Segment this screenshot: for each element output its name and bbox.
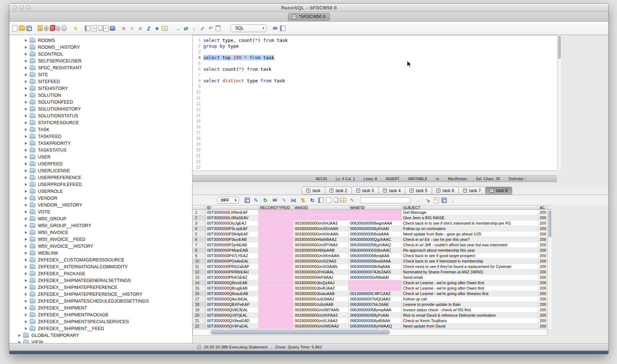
tree-item-zkfedex-shipment-feed[interactable]: ZKFEDEX__SHIPMENT__FEED <box>9 325 192 332</box>
expand-triangle-icon[interactable] <box>25 217 27 220</box>
tree-item-rooms-history[interactable]: ROOMS__HISTORY <box>9 44 192 51</box>
go-icon[interactable]: → <box>174 25 181 31</box>
tree-item-taskfeed[interactable]: TASKFEED <box>9 133 192 140</box>
copy-grid-icon[interactable] <box>334 197 338 202</box>
cell-id[interactable]: 00T3000000QV8CfEAL <box>206 307 259 313</box>
cell-subject[interactable]: Leanne to provide update to Bain <box>402 302 538 307</box>
cell-recordtypeid[interactable] <box>259 215 293 221</box>
expand-triangle-icon[interactable] <box>25 320 27 323</box>
cell-id[interactable]: 00T3000000QBXPeEAP <box>206 302 259 307</box>
cell-whatid[interactable]: 006300000058yKhAAI <box>349 226 402 231</box>
cell-ac[interactable]: 200 <box>538 210 547 215</box>
tree-item-userrole[interactable]: USERROLE <box>9 188 192 195</box>
sort-icon[interactable]: ⇅ <box>299 197 306 203</box>
edit-cell-icon[interactable]: ✎ <box>281 197 288 203</box>
tree-item-userpreference[interactable]: USERPREFERENCE <box>9 174 192 181</box>
tree-item-rooms[interactable]: ROOMS <box>9 37 192 44</box>
align-icon[interactable]: ≡ <box>137 25 144 31</box>
cell-whoid[interactable]: 0033000000H9aNBAAZ <box>293 237 349 242</box>
tree-item-sitefeed[interactable]: SITEFEED <box>9 78 192 85</box>
table-vertical-scrollbar[interactable] <box>547 210 552 329</box>
cell-whoid[interactable]: 0033000000GmXMDAA3 <box>293 324 349 329</box>
rollback-icon[interactable] <box>50 26 55 31</box>
cell-subject[interactable]: Send email <box>402 275 538 280</box>
cell-recordtypeid[interactable] <box>259 280 293 286</box>
result-tab-task-3[interactable]: task 3 <box>351 187 379 195</box>
cell-whatid[interactable] <box>349 286 402 291</box>
cell-ac[interactable]: 200 <box>538 269 547 275</box>
cell-recordtypeid[interactable] <box>259 242 293 248</box>
cell-subject[interactable]: Check w/ Leanne - we're going after Owen… <box>402 286 538 291</box>
cell-id[interactable]: 00T3000000L0RknEAF <box>206 210 259 215</box>
cell-whoid[interactable]: 0033000000GmXPYAA3 <box>293 242 349 248</box>
cell-recordtypeid[interactable] <box>259 210 293 215</box>
expand-triangle-icon[interactable] <box>25 245 27 248</box>
cell-recordtypeid[interactable] <box>259 296 293 302</box>
limit-select[interactable]: OFF <box>217 197 239 204</box>
expand-triangle-icon[interactable] <box>25 327 27 330</box>
cell-whatid[interactable]: 00630000005QgzhAAC <box>349 237 402 242</box>
cell-subject[interactable]: Get Massage <box>402 210 538 215</box>
expand-triangle-icon[interactable] <box>25 121 27 124</box>
cell-ac[interactable]: 200 <box>538 242 547 248</box>
cell-subject[interactable]: Check back to see if good target prospec… <box>402 253 538 259</box>
cell-recordtypeid[interactable] <box>259 324 293 329</box>
connect-icon[interactable]: → <box>38 25 43 31</box>
close-tab-icon[interactable] <box>490 188 494 192</box>
cell-whatid[interactable]: 0013000000C4fFCAAZ <box>349 291 402 296</box>
refresh-icon[interactable]: ↻ <box>262 197 269 203</box>
expand-triangle-icon[interactable] <box>25 156 27 159</box>
edit-table-icon[interactable] <box>85 26 90 31</box>
cell-ac[interactable]: 200 <box>538 215 547 221</box>
tree-item-staticresource[interactable]: STATICRESOURCE <box>9 119 192 126</box>
tree-item-view[interactable]: VIEW <box>9 339 192 343</box>
expand-triangle-icon[interactable] <box>25 39 27 42</box>
cell-subject[interactable]: Need update from David <box>402 324 538 329</box>
documentation-icon[interactable] <box>110 26 115 31</box>
editor-vertical-scrollbar[interactable] <box>557 35 561 170</box>
cell-whatid[interactable]: 006300000058yd5AAA <box>349 318 402 324</box>
cell-ac[interactable]: 200 <box>538 226 547 231</box>
tree-item-vote[interactable]: VOTE <box>9 208 192 215</box>
expand-triangle-icon[interactable] <box>25 204 27 207</box>
save-grid-icon[interactable] <box>441 198 447 203</box>
cell-recordtypeid[interactable] <box>259 307 293 313</box>
expand-triangle-icon[interactable] <box>25 80 27 83</box>
cell-whoid[interactable]: 0033000000Ju9zlAAB <box>293 302 349 307</box>
import-results-icon[interactable]: ↘ <box>424 197 431 203</box>
cell-id[interactable]: 00T3000000Q8sauEAB <box>206 291 259 296</box>
cell-id[interactable]: 00T3000000P3LopEAF <box>206 226 259 231</box>
cell-ac[interactable]: 200 <box>538 221 547 226</box>
save-results-icon[interactable] <box>245 198 250 203</box>
cell-id[interactable]: 00T3000000QV9FaEAL <box>206 324 259 329</box>
expand-triangle-icon[interactable] <box>25 293 27 296</box>
expand-triangle-icon[interactable] <box>25 211 27 213</box>
document-tab[interactable]: *SFDCW50 II <box>288 13 329 21</box>
tree-item-solutionstatus[interactable]: SOLUTIONSTATUS <box>9 112 192 119</box>
tree-item-weblink[interactable]: WEBLINK <box>9 250 192 256</box>
result-tab-task-4[interactable]: task 4 <box>378 187 405 195</box>
tree-item-solution[interactable]: SOLUTION <box>9 92 192 99</box>
cell-whatid[interactable]: 006300000058ypVAAQ <box>349 242 402 248</box>
column-header-id[interactable]: ID <box>206 205 259 209</box>
close-tab-icon[interactable] <box>436 188 440 192</box>
scrollbar-thumb[interactable] <box>558 36 561 59</box>
tree-item-w50-invoice[interactable]: W50_INVOICE <box>9 229 192 236</box>
expand-triangle-icon[interactable] <box>25 176 27 179</box>
expand-triangle-icon[interactable] <box>25 265 27 268</box>
title-bar[interactable]: RazorSQL – SFDCW50 II <box>9 4 608 12</box>
cell-ac[interactable]: 200 <box>538 302 547 307</box>
cell-id[interactable]: 00T3000000OiyJgEAJ <box>206 221 259 226</box>
cell-subject[interactable]: Rick to email David & reference Delmonte… <box>402 313 538 318</box>
cell-whoid[interactable]: 0033000000GmXM7AAN <box>293 307 349 313</box>
column-header-whoid[interactable]: WHOID <box>293 205 349 209</box>
cell-ac[interactable]: 200 <box>538 280 547 286</box>
cell-whatid[interactable]: 006300000058yhWAAQ <box>349 324 402 329</box>
cell-ac[interactable]: 200 <box>538 296 547 302</box>
cell-whatid[interactable] <box>349 280 402 286</box>
cell-id[interactable]: 00T3000000P47LYEAZ <box>206 253 259 259</box>
cell-id[interactable]: 00T3000000QV8wsEAD <box>206 318 259 324</box>
cell-subject[interactable]: Check w/ Leanne - we're going after Shea… <box>402 291 538 296</box>
results-search-input[interactable] <box>360 197 411 203</box>
tree-item-selfserviceuser[interactable]: SELFSERVICEUSER <box>9 57 192 64</box>
